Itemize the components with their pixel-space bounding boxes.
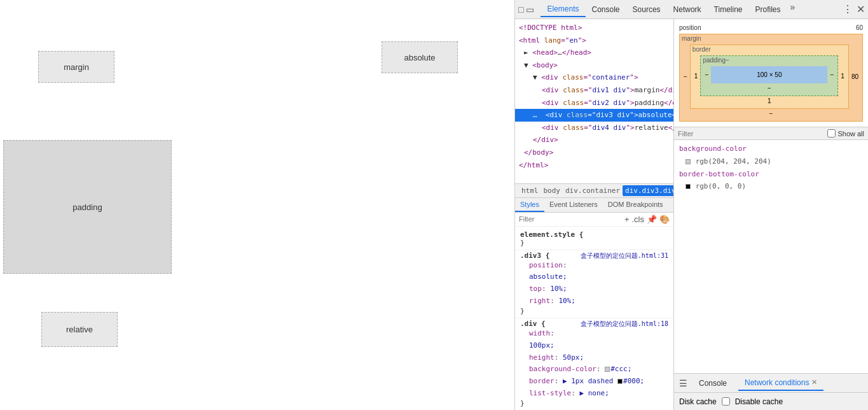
devtools-topbar-icons: □ ▭ xyxy=(518,4,534,15)
tab-event-listeners[interactable]: Event Listeners xyxy=(544,198,603,212)
breadcrumb-body[interactable]: body xyxy=(541,185,563,196)
bm-content-box: 100 × 50 xyxy=(711,66,827,83)
tab-network[interactable]: Network xyxy=(667,2,708,17)
dom-line[interactable]: ▼ <div class="container"> xyxy=(515,71,673,84)
browser-preview: margin absolute padding relative xyxy=(0,0,515,410)
style-prop: right: 10%; xyxy=(520,295,668,308)
disable-cache-checkbox[interactable] xyxy=(722,397,730,406)
color-swatch[interactable] xyxy=(685,184,691,189)
computed-prop: border-bottom-color xyxy=(679,168,863,181)
show-all-checkbox[interactable] xyxy=(827,129,836,138)
dom-line-selected[interactable]: … <div class="div3 div">absolute</div> xyxy=(515,109,673,122)
box-model-section: position 60 margin − border 1 xyxy=(674,19,868,127)
margin-label: margin xyxy=(64,62,89,72)
dom-line[interactable]: </html> xyxy=(515,159,673,172)
disk-cache-label: Disk cache xyxy=(679,397,717,406)
right-filter-bar: Show all xyxy=(674,127,868,140)
div3-style-block: .div3 { 盒子模型的定位问题.html:31 position: abso… xyxy=(515,250,673,319)
tab-elements[interactable]: Elements xyxy=(541,2,585,17)
dom-line[interactable]: </body> xyxy=(515,146,673,159)
devtools-main: <!DOCTYPE html> <html lang="en"> ► <head… xyxy=(515,19,868,410)
bm-padding-left: − xyxy=(705,71,708,78)
console-menu-icon[interactable]: ☰ xyxy=(679,378,687,388)
breadcrumb-container[interactable]: div.container xyxy=(563,185,623,196)
tab-console[interactable]: Console xyxy=(586,2,626,17)
dom-line[interactable]: <html lang="en"> xyxy=(515,34,673,47)
bm-padding-section-label: padding− xyxy=(703,57,729,64)
dom-tree-section: <!DOCTYPE html> <html lang="en"> ► <head… xyxy=(515,19,673,198)
div-style-block: .div { 盒子模型的定位问题.html:18 width: 100px; h… xyxy=(515,318,673,410)
network-conditions-tab[interactable]: Network conditions ✕ xyxy=(738,376,823,391)
color-swatch[interactable] xyxy=(685,159,691,164)
tab-sources[interactable]: Sources xyxy=(626,2,667,17)
breadcrumb-active[interactable]: div.div3.div xyxy=(623,185,673,196)
devtools-tabs: Elements Console Sources Network Timelin… xyxy=(541,2,843,17)
close-devtools-icon[interactable]: ✕ xyxy=(857,3,865,15)
bm-border-row: 1 padding− − 100 × 50 xyxy=(694,55,844,96)
div-selector: .div { 盒子模型的定位问题.html:18 xyxy=(520,320,668,328)
color-picker-icon[interactable]: 🎨 xyxy=(659,215,670,224)
disable-cache-label: Disable cache xyxy=(735,397,783,406)
cls-icon[interactable]: .cls xyxy=(632,215,645,224)
dom-line[interactable]: <div class="div1 div">margin</div> xyxy=(515,84,673,97)
style-prop: width: 100px; xyxy=(520,328,668,351)
styles-content[interactable]: element.style { } .div3 { 盒子模型的定位问题.html… xyxy=(515,227,673,411)
pin-icon[interactable]: 📌 xyxy=(647,215,657,224)
style-prop: border: ▶ 1px dashed #000; xyxy=(520,376,668,388)
tab-dom-breakpoints[interactable]: DOM Breakpoints xyxy=(603,198,668,212)
dom-line[interactable]: <div class="div4 div">relative</div> xyxy=(515,122,673,134)
div3-file-link[interactable]: 盒子模型的定位问题.html:31 xyxy=(581,251,668,260)
computed-prop-name: border-bottom-color xyxy=(679,170,759,178)
bm-margin-section-label: margin xyxy=(682,35,701,42)
bm-border-box: border 1 padding− − xyxy=(690,45,849,109)
tab-timeline[interactable]: Timeline xyxy=(708,2,749,17)
element-style-selector: element.style { xyxy=(520,230,668,239)
bm-position-label: position xyxy=(679,24,701,31)
breadcrumb-html[interactable]: html xyxy=(519,185,541,196)
absolute-label: absolute xyxy=(404,53,435,62)
dom-line[interactable]: <div class="div2 div">padding</div> xyxy=(515,97,673,110)
computed-filter-input[interactable] xyxy=(678,130,825,138)
bm-border-section-label: border xyxy=(692,46,711,53)
tab-styles[interactable]: Styles xyxy=(515,198,544,212)
tab-properties[interactable]: Properties xyxy=(668,198,674,212)
div3-close: } xyxy=(520,307,668,315)
console-tab-label: Console xyxy=(699,379,727,388)
devtools-right: position 60 margin − border 1 xyxy=(674,19,868,410)
add-style-icon[interactable]: + xyxy=(624,215,630,224)
div-file-link[interactable]: 盒子模型的定位问题.html:18 xyxy=(581,320,668,329)
computed-color-val2: rgb(0, 0, 0) xyxy=(696,182,746,190)
computed-styles-content[interactable]: background-color rgb(204, 204, 204) bord… xyxy=(674,140,868,373)
dom-styles-panel: <!DOCTYPE html> <html lang="en"> ► <head… xyxy=(515,19,674,410)
color-swatch[interactable] xyxy=(605,367,610,372)
network-conditions-close-icon[interactable]: ✕ xyxy=(811,378,817,386)
devtools-topbar-actions: ⋮ ✕ xyxy=(843,3,865,15)
settings-icon[interactable]: ⋮ xyxy=(843,3,853,15)
styles-filter-input[interactable] xyxy=(519,215,622,223)
dom-line[interactable]: ► <head>…</head> xyxy=(515,46,673,59)
computed-prop: rgb(204, 204, 204) xyxy=(679,155,863,168)
dom-line[interactable]: </div> xyxy=(515,134,673,146)
div3-selector: .div3 { 盒子模型的定位问题.html:31 xyxy=(520,251,668,260)
bm-margin-box: margin − border 1 padding− xyxy=(679,34,863,122)
inspect-icon[interactable]: □ xyxy=(518,4,523,15)
computed-color-val: rgb(204, 204, 204) xyxy=(696,157,771,166)
console-bar: ☰ Console Network conditions ✕ xyxy=(674,373,868,392)
device-icon[interactable]: ▭ xyxy=(526,4,534,15)
console-tab[interactable]: Console xyxy=(692,376,733,390)
dom-line[interactable]: ▼ <body> xyxy=(515,59,673,72)
bm-padding-bottom: − xyxy=(705,85,834,92)
absolute-box: absolute xyxy=(382,41,458,73)
padding-label: padding xyxy=(72,202,102,212)
dom-tree[interactable]: <!DOCTYPE html> <html lang="en"> ► <head… xyxy=(515,19,673,183)
dom-line[interactable]: <!DOCTYPE html> xyxy=(515,22,673,34)
more-tabs-icon[interactable]: » xyxy=(787,2,799,17)
network-conditions-label: Network conditions xyxy=(745,378,809,387)
bm-margin-left: − xyxy=(684,73,687,80)
bm-position-val: 60 xyxy=(856,24,863,31)
color-swatch[interactable] xyxy=(617,379,623,384)
padding-box: padding xyxy=(3,140,172,274)
div-close: } xyxy=(520,399,668,407)
style-prop: position: absolute; xyxy=(520,260,668,283)
tab-profiles[interactable]: Profiles xyxy=(748,2,787,17)
